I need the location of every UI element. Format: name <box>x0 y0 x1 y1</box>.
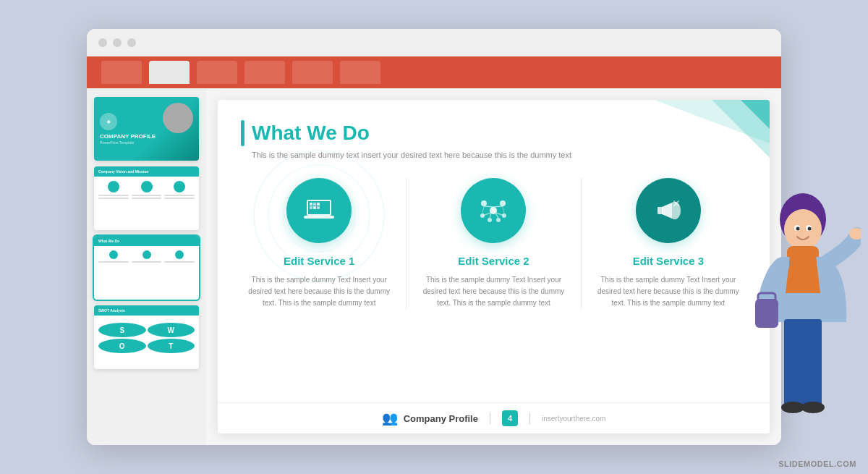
main-slide-area: What We Do This is the sample dummy text… <box>206 88 781 445</box>
footer-logo-icon: 👥 <box>382 410 398 426</box>
slide-subtitle: This is the sample dummy text insert you… <box>252 151 746 159</box>
service-2-text: This is the sample dummy Text Insert you… <box>418 274 569 309</box>
thumb-2-col2 <box>132 181 162 200</box>
network-icon <box>475 192 511 229</box>
thumb-4-label: SWOT Analysis <box>98 308 125 313</box>
thumb-3-col2 <box>132 250 162 263</box>
thumb-2-line4 <box>132 198 162 199</box>
services-section: Edit Service 1 This is the sample dummy … <box>218 171 770 402</box>
service-1-icon-circle <box>286 178 352 243</box>
thumb-1-title: COMPANY PROFILE <box>100 133 193 140</box>
megaphone-icon <box>650 192 686 229</box>
nav-tab-3[interactable] <box>197 61 237 84</box>
svg-rect-36 <box>787 246 819 262</box>
service-item-1: Edit Service 1 This is the sample dummy … <box>232 178 407 309</box>
svg-point-22 <box>496 218 501 222</box>
thumb-3-line3 <box>164 261 195 263</box>
swot-grid: S W O T <box>98 323 195 353</box>
window-dot-yellow <box>113 38 122 47</box>
swot-cell-s: S <box>98 323 146 337</box>
thumb-3-body <box>94 246 199 300</box>
svg-rect-40 <box>784 319 822 406</box>
svg-point-34 <box>780 193 826 245</box>
slide-title: What We Do <box>252 122 370 145</box>
svg-point-35 <box>784 209 822 250</box>
slide-title-bar: What We Do <box>241 120 746 146</box>
browser-content: ✦ COMPANY PROFILE PowerPoint Template Co… <box>87 88 781 445</box>
thumb-2-row <box>98 181 195 200</box>
svg-point-37 <box>849 228 861 240</box>
sidebar: ✦ COMPANY PROFILE PowerPoint Template Co… <box>87 88 206 445</box>
nav-tab-4[interactable] <box>244 61 285 84</box>
sidebar-thumb-2[interactable]: Company Vision and Mission <box>94 166 199 230</box>
svg-point-46 <box>806 225 812 231</box>
svg-rect-11 <box>310 206 312 209</box>
footer-divider-2 <box>529 412 530 424</box>
thumb-2-circle1 <box>108 181 119 192</box>
sidebar-thumb-1[interactable]: ✦ COMPANY PROFILE PowerPoint Template <box>94 97 199 161</box>
nav-tab-5[interactable] <box>292 61 333 84</box>
footer-url: insertyourthere.com <box>542 415 605 423</box>
laptop-icon <box>301 192 337 229</box>
svg-rect-10 <box>317 203 320 206</box>
nav-tab-1[interactable] <box>101 61 142 84</box>
svg-point-43 <box>781 402 804 413</box>
service-item-3: Edit Service 3 This is the sample dummy … <box>582 178 755 309</box>
footer-page-number: 4 <box>502 410 518 426</box>
svg-line-23 <box>484 206 493 207</box>
browser-window: ✦ COMPANY PROFILE PowerPoint Template Co… <box>87 29 781 445</box>
thumb-3-label: What We Do <box>98 239 119 243</box>
sidebar-thumb-3[interactable]: What We Do <box>94 236 199 300</box>
nav-tab-6[interactable] <box>340 61 380 84</box>
swot-cell-o: O <box>98 339 146 353</box>
thumb-3-line2 <box>132 261 162 263</box>
svg-rect-13 <box>317 206 320 209</box>
thumb-3-circle2 <box>142 250 151 259</box>
nav-tab-2[interactable] <box>149 61 190 84</box>
svg-rect-12 <box>313 206 316 209</box>
thumb-1-image <box>163 103 193 133</box>
window-dot-red <box>98 38 107 47</box>
service-1-title: Edit Service 1 <box>284 255 354 267</box>
thumb-2-header: Company Vision and Mission <box>94 166 199 177</box>
svg-rect-15 <box>314 216 324 217</box>
service-3-title: Edit Service 3 <box>633 255 704 267</box>
svg-rect-41 <box>784 351 801 409</box>
thumb-3-header: What We Do <box>94 236 199 246</box>
thumb-2-line2 <box>98 198 129 199</box>
service-2-title: Edit Service 2 <box>458 255 529 267</box>
svg-point-45 <box>794 225 800 231</box>
slide-footer: 👥 Company Profile 4 insertyourthere.com <box>218 402 770 433</box>
footer-divider <box>490 412 490 424</box>
svg-line-27 <box>490 213 491 218</box>
service-3-icon-circle <box>636 178 701 243</box>
thumb-2-label: Company Vision and Mission <box>98 169 148 174</box>
slide-card: What We Do This is the sample dummy text… <box>218 100 770 433</box>
thumb-2-line6 <box>164 198 195 199</box>
title-accent-bar <box>241 120 244 146</box>
sidebar-thumb-4[interactable]: SWOT Analysis S W O T <box>94 305 199 369</box>
svg-rect-42 <box>804 351 822 409</box>
svg-point-17 <box>481 200 487 206</box>
thumb-3-row <box>98 250 195 263</box>
svg-rect-8 <box>310 203 312 206</box>
service-1-text: This is the sample dummy Text Insert you… <box>244 274 394 309</box>
thumb-2-line3 <box>132 195 162 196</box>
thumb-3-col3 <box>164 250 195 263</box>
thumb-3-circle3 <box>175 250 184 259</box>
svg-line-29 <box>482 206 484 213</box>
thumb-2-body <box>94 177 199 230</box>
svg-point-18 <box>500 200 506 206</box>
browser-nav-bar <box>87 56 781 88</box>
thumb-2-col3 <box>164 181 195 200</box>
window-dot-green <box>127 38 136 47</box>
thumb-4-body: S W O T <box>94 316 199 369</box>
svg-point-21 <box>488 218 492 222</box>
thumb-2-line5 <box>164 195 195 196</box>
svg-line-30 <box>503 206 504 213</box>
thumb-4-header: SWOT Analysis <box>94 305 199 316</box>
swot-cell-t: T <box>148 339 195 353</box>
attribution: SLIDEMODEL.COM <box>778 460 856 468</box>
svg-rect-9 <box>313 203 316 206</box>
service-3-text: This is the sample dummy Text Insert you… <box>593 274 744 309</box>
